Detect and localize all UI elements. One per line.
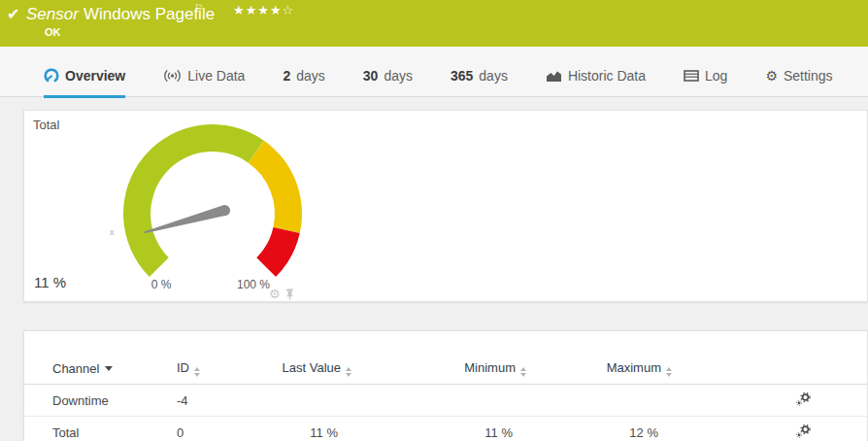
log-icon (684, 70, 699, 82)
sort-icon (666, 367, 672, 377)
gauge-icon (44, 68, 59, 84)
gauge-tip-marker: x (110, 227, 115, 237)
table-row[interactable]: Total 0 11 % 11 % 12 % (24, 417, 867, 441)
tab-label: Settings (784, 68, 833, 84)
historic-data-icon (546, 70, 562, 83)
channels-table: Channel ID Last Value Minimum Maximum (24, 331, 867, 441)
tab-label: days (479, 68, 508, 84)
gauge-segment (256, 227, 300, 277)
channel-name: Downtime (24, 385, 177, 417)
channel-last-value: 11 % (269, 417, 351, 441)
column-header-minimum[interactable]: Minimum (351, 331, 526, 385)
sort-desc-icon (105, 366, 113, 371)
channels-panel: Channel ID Last Value Minimum Maximum (23, 330, 868, 441)
tab-live-data[interactable]: Live Data (163, 68, 245, 98)
channel-id: -4 (177, 385, 269, 417)
table-row[interactable]: Downtime -4 (24, 385, 867, 417)
column-header-maximum[interactable]: Maximum (526, 331, 672, 385)
sensor-kind-label: Sensor (26, 5, 79, 24)
channel-minimum: 11 % (351, 417, 526, 441)
sort-icon (346, 367, 351, 377)
settings-gear-icon: ⚙ (765, 69, 778, 83)
tab-label: days (296, 68, 325, 84)
gauge-needle-hub (219, 205, 230, 216)
live-data-icon (163, 69, 182, 83)
channel-name: Total (24, 417, 177, 441)
channel-minimum (351, 385, 526, 417)
channel-maximum (526, 385, 672, 417)
flag-icon[interactable]: ⚐ (194, 2, 204, 15)
channel-maximum: 12 % (526, 417, 672, 441)
gauge-segment (123, 124, 264, 277)
tab-label: Historic Data (568, 68, 646, 84)
gauge-panel: Total x 0 % 100 % 11 % ⚙ (23, 110, 868, 302)
sort-icon (194, 367, 200, 377)
gauge-max-label: 100 % (237, 278, 270, 291)
tab-bar: Overview Live Data 2 days 30 days 365 da… (0, 47, 868, 97)
tab-2-days[interactable]: 2 days (283, 68, 324, 98)
panel-gear-icon[interactable]: ⚙ (269, 288, 281, 300)
channel-settings-icon[interactable] (796, 424, 811, 438)
tab-overview[interactable]: Overview (44, 68, 125, 98)
sensor-header: ✔ Sensor Windows Pagefile ⚐ ★★★★☆ OK (0, 0, 868, 47)
tab-label: Overview (65, 68, 125, 84)
status-ok-check-icon: ✔ (7, 5, 19, 23)
status-badge: OK (45, 26, 61, 38)
gauge-current-value: 11 % (34, 274, 66, 290)
gauge-min-label: 0 % (151, 278, 172, 291)
total-gauge: x (106, 111, 319, 297)
tab-label: days (384, 68, 413, 84)
priority-stars[interactable]: ★★★★☆ (233, 3, 294, 17)
tab-365-days[interactable]: 365 days (451, 68, 508, 98)
gauge-segment (249, 141, 302, 233)
sort-icon (520, 367, 526, 377)
panel-pin-icon[interactable] (285, 288, 294, 300)
tab-settings[interactable]: ⚙ Settings (765, 68, 832, 98)
gauge-needle (144, 205, 226, 233)
gauge-channel-title: Total (33, 118, 59, 132)
tab-label: Log (705, 68, 727, 84)
channel-settings-icon[interactable] (796, 392, 811, 406)
channel-last-value (269, 385, 351, 417)
column-header-channel[interactable]: Channel (24, 331, 177, 385)
tab-30-days[interactable]: 30 days (363, 68, 413, 98)
tab-log[interactable]: Log (684, 68, 727, 98)
tab-label: Live Data (187, 68, 245, 84)
column-header-last-value[interactable]: Last Value (269, 331, 351, 385)
column-header-id[interactable]: ID (177, 331, 269, 385)
tab-historic-data[interactable]: Historic Data (546, 68, 646, 98)
channel-id: 0 (177, 417, 269, 441)
